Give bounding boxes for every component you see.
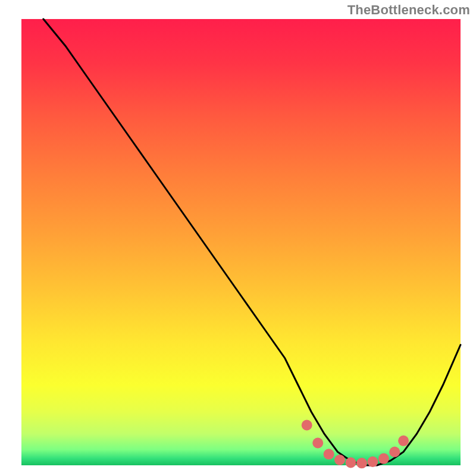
optimal-marker: [334, 455, 345, 465]
attribution-label: TheBottleneck.com: [347, 2, 470, 18]
optimal-marker: [378, 453, 389, 464]
optimal-marker: [367, 456, 378, 467]
optimal-marker: [398, 436, 409, 446]
optimal-marker: [324, 449, 334, 459]
optimal-marker: [356, 458, 367, 468]
optimal-marker: [346, 458, 356, 468]
chart-container: TheBottleneck.com: [0, 0, 476, 476]
optimal-marker: [312, 438, 323, 449]
bottleneck-chart: [0, 0, 476, 476]
plot-background: [21, 19, 461, 465]
optimal-marker: [389, 447, 400, 458]
optimal-marker: [302, 420, 312, 431]
